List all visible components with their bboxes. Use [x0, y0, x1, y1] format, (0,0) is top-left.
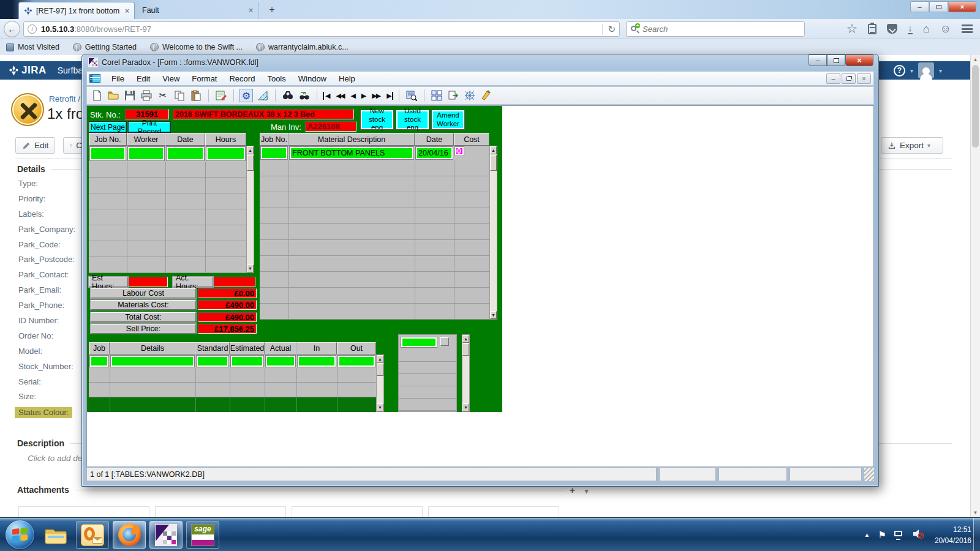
expert-torch-icon[interactable]: [480, 89, 493, 102]
menu-file[interactable]: File: [105, 74, 130, 83]
downloads-icon[interactable]: ↓: [908, 23, 913, 34]
find-icon[interactable]: [281, 89, 295, 102]
bookmark-warrantyclaim[interactable]: warrantyclaim.abiuk.c...: [256, 43, 349, 51]
reading-list-icon[interactable]: [868, 24, 876, 34]
scroll-down-icon[interactable]: ▼: [971, 508, 980, 517]
scroll-down-icon[interactable]: ▼: [462, 403, 469, 411]
hidden-icons-button[interactable]: ▲: [864, 531, 870, 538]
mini-current-cell[interactable]: [401, 337, 437, 347]
job-no-cell[interactable]: [261, 147, 287, 159]
estimated-cell[interactable]: [231, 356, 263, 367]
taskbar-outlook[interactable]: [76, 521, 109, 549]
scroll-up-icon[interactable]: ▲: [490, 146, 497, 154]
close-button[interactable]: ×: [948, 1, 976, 12]
description-placeholder[interactable]: Click to add des: [28, 454, 86, 463]
details-cell[interactable]: [111, 356, 194, 367]
taskbar-sage[interactable]: sage: [186, 521, 219, 549]
bookmark-getting-started[interactable]: Getting Started: [73, 43, 137, 51]
est-hours-field[interactable]: [129, 277, 168, 287]
labour-table-scrollbar[interactable]: ▲ ▼: [246, 146, 254, 273]
nav-prev-record[interactable]: ◀: [349, 92, 356, 100]
home-icon[interactable]: ⌂: [923, 21, 930, 37]
net-icon[interactable]: [463, 89, 477, 102]
worker-cell[interactable]: [128, 147, 164, 160]
tab-close-icon[interactable]: ×: [125, 7, 129, 15]
copy-form-icon[interactable]: [447, 89, 460, 102]
paradox-titlebar[interactable]: Corel Paradox - [Form : :forms:VANWORK.f…: [88, 58, 258, 67]
menu-view[interactable]: View: [156, 74, 186, 83]
reload-icon[interactable]: ↻: [602, 24, 616, 35]
search-bar[interactable]: +: [626, 21, 805, 37]
pocket-icon[interactable]: [887, 24, 897, 34]
mdi-restore-button[interactable]: [842, 73, 856, 84]
bookmark-most-visited[interactable]: Most Visited: [6, 43, 59, 51]
taskbar-firefox[interactable]: [113, 521, 146, 549]
find-replace-icon[interactable]: a: [298, 89, 311, 102]
page-scrollbar[interactable]: ▲ ▼: [970, 55, 980, 517]
copy-icon[interactable]: [173, 89, 186, 102]
tab-close-icon[interactable]: ×: [249, 6, 253, 15]
menu-help[interactable]: Help: [333, 74, 361, 83]
act-hours-field[interactable]: [214, 277, 255, 287]
date-cell[interactable]: [167, 147, 204, 160]
tab-ret-97[interactable]: [RET-97] 1x front bottom p... ×: [18, 2, 135, 19]
run-gears-icon[interactable]: ⚙: [239, 89, 253, 102]
resize-grip[interactable]: [864, 468, 874, 481]
save-icon[interactable]: [123, 89, 137, 102]
cost-cell[interactable]: £490.00: [455, 147, 464, 156]
mdi-document-icon[interactable]: [89, 74, 100, 83]
chevron-down-icon[interactable]: ▾: [910, 67, 913, 74]
mini-checkbox[interactable]: [440, 337, 449, 346]
chevron-down-icon[interactable]: ▾: [939, 67, 942, 74]
avatar[interactable]: [918, 62, 934, 78]
add-attachment-icon[interactable]: +: [570, 485, 575, 497]
standard-cell[interactable]: [197, 356, 228, 367]
paste-icon[interactable]: [189, 89, 203, 102]
feedback-smiley-icon[interactable]: ☺: [940, 21, 951, 37]
menu-window[interactable]: Window: [292, 74, 333, 83]
nav-last-record[interactable]: ▶: [385, 92, 393, 100]
new-stock-enq-button[interactable]: New stock enq: [361, 110, 393, 129]
material-description-cell[interactable]: FRONT BOTTOM PANELS: [290, 147, 413, 159]
mdi-minimize-button[interactable]: –: [826, 73, 840, 84]
nav-first-record[interactable]: ◀: [323, 92, 331, 100]
in-cell[interactable]: [298, 356, 336, 367]
action-center-flag-icon[interactable]: ⚑: [878, 530, 886, 541]
amend-worker-button[interactable]: Amend Worker: [432, 110, 464, 129]
next-page-button[interactable]: Next Page: [89, 122, 126, 132]
actual-cell[interactable]: [266, 356, 295, 367]
cut-icon[interactable]: ✂: [156, 89, 170, 102]
menu-record[interactable]: Record: [223, 74, 261, 83]
new-tab-button[interactable]: +: [265, 4, 279, 16]
date-cell[interactable]: 20/04/16: [416, 147, 453, 159]
scrollbar-thumb[interactable]: [490, 155, 497, 171]
print-record-button[interactable]: Print Record: [129, 122, 170, 132]
used-stock-enq-button[interactable]: Used stock enq: [396, 110, 429, 129]
job-no-cell[interactable]: [90, 147, 126, 160]
close-button[interactable]: ×: [845, 54, 873, 66]
scrollbar-thumb[interactable]: [377, 364, 383, 376]
menu-edit[interactable]: Edit: [130, 74, 156, 83]
man-inv-field[interactable]: A226108: [305, 121, 356, 132]
form-design-icon[interactable]: [214, 89, 228, 102]
jobs-table-scrollbar[interactable]: ▲ ▼: [376, 354, 384, 412]
taskbar-explorer[interactable]: [39, 521, 72, 549]
network-icon[interactable]: [894, 531, 905, 539]
unit-description-field[interactable]: 2016 SWIFT BORDEAUX 38 x 12 3 Bed: [173, 109, 354, 119]
mdi-close-button[interactable]: ×: [857, 73, 871, 84]
window-tile-icon[interactable]: [430, 89, 443, 102]
scrollbar-thumb[interactable]: [972, 65, 979, 148]
tab-fault[interactable]: Fault ×: [137, 2, 258, 19]
out-cell[interactable]: [338, 356, 375, 367]
url-bar[interactable]: i 10.5.10.3 :8080/browse/RET-97 ↻: [23, 21, 620, 37]
maximize-button[interactable]: [929, 1, 948, 12]
minimize-button[interactable]: –: [910, 1, 929, 12]
stk-no-field[interactable]: 31591: [125, 109, 169, 119]
nav-fast-next[interactable]: ▶▶: [370, 92, 382, 100]
clock[interactable]: 12:51 20/04/2016: [935, 524, 971, 546]
minimize-button[interactable]: –: [809, 54, 827, 66]
scroll-down-icon[interactable]: ▼: [377, 403, 383, 411]
scroll-down-icon[interactable]: ▼: [490, 311, 497, 319]
mini-table-scrollbar[interactable]: ▲ ▼: [462, 334, 470, 412]
menu-format[interactable]: Format: [186, 74, 223, 83]
